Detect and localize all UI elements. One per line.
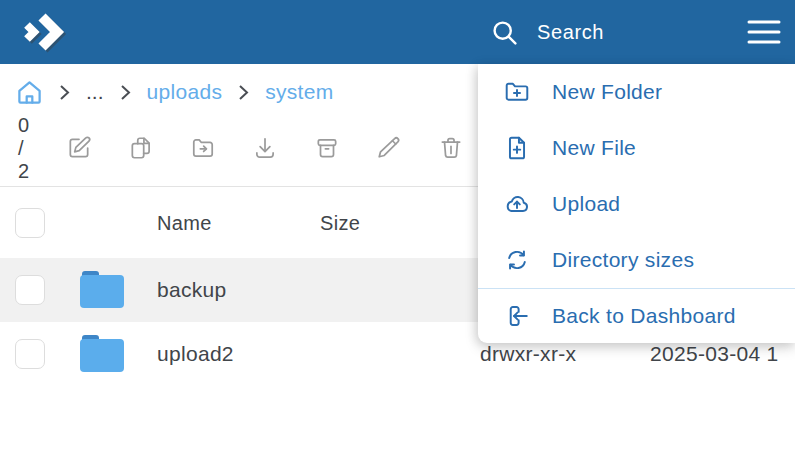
menu-hamburger-icon[interactable] [747, 18, 781, 46]
menu-item-new-folder[interactable]: New Folder [478, 64, 795, 120]
row-checkbox[interactable] [15, 275, 45, 305]
folder-icon [80, 335, 125, 373]
breadcrumb-collapsed[interactable]: ... [86, 80, 104, 104]
file-manager-app: Search ... uploads system 0 / 2 [0, 0, 795, 454]
move-icon[interactable] [190, 135, 216, 161]
search-button[interactable]: Search [490, 0, 604, 64]
copy-icon[interactable] [128, 135, 154, 161]
search-label: Search [537, 21, 604, 44]
app-logo-icon[interactable] [20, 8, 72, 56]
column-header-size[interactable]: Size [320, 211, 360, 234]
top-header-bar: Search [0, 0, 795, 64]
selection-count: 0 / 2 [18, 114, 30, 183]
breadcrumb-item-system[interactable]: system [265, 80, 333, 104]
file-plus-icon [504, 135, 530, 161]
back-arrow-icon [504, 303, 530, 329]
file-name: upload2 [157, 342, 234, 366]
search-icon [490, 18, 519, 47]
folder-icon [80, 271, 125, 309]
select-all-checkbox[interactable] [15, 208, 45, 238]
column-header-name[interactable]: Name [157, 211, 212, 234]
home-icon[interactable] [16, 79, 43, 106]
rename-icon[interactable] [66, 135, 92, 161]
sync-icon [504, 247, 530, 273]
menu-item-back-to-dashboard[interactable]: Back to Dashboard [478, 289, 795, 343]
download-icon[interactable] [252, 135, 278, 161]
menu-item-label: Directory sizes [552, 248, 694, 272]
file-name: backup [157, 278, 227, 302]
breadcrumb: ... uploads system [0, 64, 478, 120]
folder-plus-icon [504, 79, 530, 105]
menu-item-directory-sizes[interactable]: Directory sizes [478, 232, 795, 288]
menu-item-label: Back to Dashboard [552, 304, 736, 328]
actions-dropdown-menu: New Folder New File Upload Directory siz… [478, 64, 795, 343]
edit-icon[interactable] [376, 135, 402, 161]
file-permissions: drwxr-xr-x [480, 342, 576, 366]
file-modified: 2025-03-04 1 [650, 342, 779, 366]
chevron-right-icon [119, 84, 132, 101]
menu-item-label: New File [552, 136, 636, 160]
row-checkbox[interactable] [15, 339, 45, 369]
archive-icon[interactable] [314, 135, 340, 161]
breadcrumb-item-uploads[interactable]: uploads [147, 80, 223, 104]
menu-item-new-file[interactable]: New File [478, 120, 795, 176]
menu-item-label: Upload [552, 192, 620, 216]
selection-toolbar: 0 / 2 [0, 120, 478, 176]
delete-icon[interactable] [438, 135, 464, 161]
menu-item-upload[interactable]: Upload [478, 176, 795, 232]
chevron-right-icon [237, 84, 250, 101]
menu-item-label: New Folder [552, 80, 662, 104]
cloud-upload-icon [504, 191, 530, 217]
chevron-right-icon [58, 84, 71, 101]
